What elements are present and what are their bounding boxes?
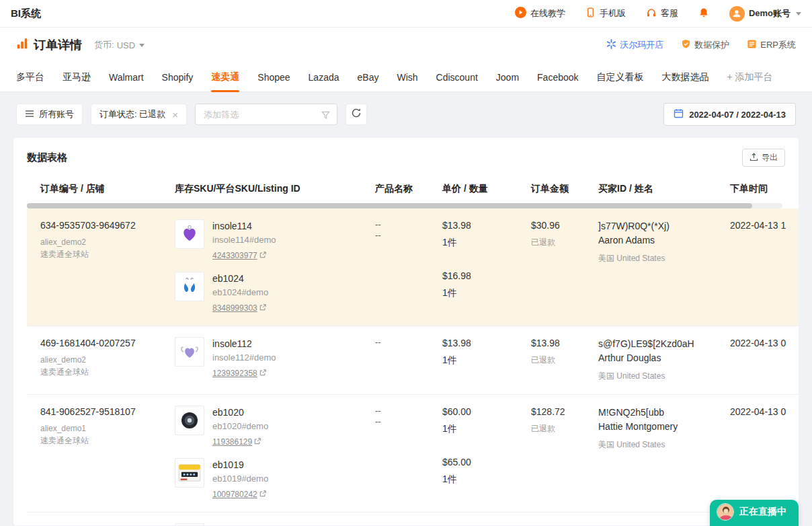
external-link-icon [254, 437, 261, 447]
tab-shopee[interactable]: Shopee [257, 63, 290, 92]
order-time: 2022-04-13 0 [730, 406, 799, 418]
order-status-filter-chip[interactable]: 订单状态: 已退款 × [91, 104, 187, 125]
tab-add-platform[interactable]: + 添加平台 [727, 63, 773, 92]
all-accounts-button[interactable]: 所有账号 [16, 104, 83, 125]
listing-id: 1009780242 [212, 489, 257, 500]
tab-aliexpress[interactable]: 速卖通 [211, 63, 239, 92]
add-filter-input-wrap [195, 104, 337, 125]
account-menu[interactable]: Demo账号 [729, 6, 801, 22]
export-button[interactable]: 导出 [742, 149, 785, 167]
col-order-time: 下单时间 [717, 175, 799, 202]
quantity: 1件 [442, 236, 507, 248]
currency-selector[interactable]: 货币: USD [94, 39, 145, 51]
product-image-led-light-bar[interactable] [175, 458, 204, 488]
product-image[interactable] [175, 523, 204, 525]
tab-cdiscount[interactable]: Cdiscount [436, 63, 478, 92]
order-amount: $30.96 [531, 219, 574, 231]
order-number: 712-2534892-5937492 [40, 523, 151, 525]
close-icon[interactable]: × [172, 110, 178, 120]
buyer-id: s@f7G)LE9$[2Kzd0aH [598, 337, 706, 351]
bell-icon [698, 7, 709, 20]
buyer-country: 美国 United States [598, 252, 706, 264]
walmart-store-label: 沃尔玛开店 [620, 39, 663, 51]
horizontal-scrollbar[interactable] [27, 203, 782, 209]
unit-price: $65.00 [442, 456, 507, 468]
product-name-value: -- [375, 219, 418, 230]
table-header-row: 订单编号 / 店铺 库存SKU/平台SKU/Listing ID 产品名称 单价… [27, 175, 799, 202]
filter-toolbar: 所有账号 订单状态: 已退款 × 2022-04-07 / 2022-04-13 [16, 103, 796, 126]
online-teaching-link[interactable]: 在线教学 [515, 7, 565, 20]
top-bar: BI系统 在线教学 手机版 客服 Demo账号 [0, 0, 812, 28]
refresh-button[interactable] [346, 104, 367, 125]
customer-support-link[interactable]: 客服 [646, 7, 678, 20]
external-link-icon [259, 368, 266, 379]
mobile-version-link[interactable]: 手机版 [585, 7, 626, 20]
product-image-led-spotlight[interactable] [175, 406, 204, 435]
shield-check-icon [681, 39, 691, 51]
streamer-avatar [717, 503, 734, 521]
product-image-purple-heart[interactable] [175, 219, 204, 249]
tab-joom[interactable]: Joom [496, 63, 519, 92]
external-link-icon [259, 489, 266, 500]
listing-id-link[interactable]: 1009780242 [212, 489, 266, 500]
unit-price: $13.98 [442, 523, 507, 525]
buyer-country: 美国 United States [598, 370, 706, 382]
buyer-country: 美国 United States [598, 439, 706, 451]
listing-id: 8348999303 [212, 303, 257, 313]
data-protection-link[interactable]: 数据保护 [681, 39, 729, 51]
product-image-winged-heart[interactable] [175, 337, 204, 367]
listing-id-link[interactable]: 8348999303 [212, 303, 266, 313]
live-stream-badge[interactable]: 正在直播中 [710, 500, 799, 526]
tab-lazada[interactable]: Lazada [309, 63, 339, 92]
walmart-store-link[interactable]: 沃尔玛开店 [606, 39, 663, 51]
chevron-down-icon [139, 44, 145, 47]
mobile-version-label: 手机版 [600, 7, 626, 20]
quantity: 1件 [442, 422, 507, 435]
platform-sku: eb1019#demo [212, 473, 268, 485]
tab-ebay[interactable]: eBay [358, 63, 379, 92]
col-price-qty: 单价 / 数量 [429, 175, 518, 202]
listing-id-link[interactable]: 119386129 [212, 437, 261, 447]
tab-wish[interactable]: Wish [397, 63, 417, 92]
product-image-blue-earrings[interactable] [175, 272, 204, 301]
listing-id-link[interactable]: 1239392358 [212, 368, 266, 379]
account-name: Demo账号 [749, 7, 790, 20]
currency-label: 货币: [94, 39, 114, 51]
tab-amazon[interactable]: 亚马逊 [63, 63, 91, 92]
platform-sku: insole112#demo [212, 352, 276, 364]
product-item: eb1020 eb1020#demo 119386129 [175, 406, 351, 447]
tab-walmart[interactable]: Walmart [109, 63, 144, 92]
col-order-number: 订单编号 / 店铺 [27, 175, 161, 202]
notifications-button[interactable] [698, 7, 709, 20]
export-icon [749, 153, 758, 163]
tab-custom-dashboard[interactable]: 自定义看板 [597, 63, 644, 92]
erp-system-link[interactable]: ERP系统 [747, 39, 796, 51]
tab-shopify[interactable]: Shopify [162, 63, 194, 92]
add-filter-input[interactable] [204, 110, 317, 120]
store-account: aliex_demo2 [40, 354, 151, 366]
table-row: 712-2534892-5937492 -- $13.98 1件 [27, 513, 799, 525]
store-account: aliex_demo1 [40, 422, 151, 435]
product-name-value: -- [375, 523, 418, 525]
calendar-icon [674, 108, 684, 120]
listing-id-link[interactable]: 4243303977 [212, 250, 266, 261]
phone-icon [585, 7, 596, 20]
date-range-picker[interactable]: 2022-04-07 / 2022-04-13 [663, 103, 796, 126]
product-item [175, 523, 351, 525]
store-account: aliex_demo2 [40, 236, 151, 248]
tab-multi-platform[interactable]: 多平台 [16, 63, 44, 92]
platform-tabs: 多平台 亚马逊 Walmart Shopify 速卖通 Shopee Lazad… [0, 63, 812, 92]
store-site: 速卖通全球站 [40, 366, 151, 378]
tab-big-data-selection[interactable]: 大数据选品 [662, 63, 709, 92]
refund-status: 已退款 [531, 422, 574, 435]
col-product-name: 产品名称 [362, 175, 429, 202]
currency-value: USD [117, 40, 135, 50]
data-table-card: 数据表格 导出 订单编号 / 店铺 库存SKU/平台SKU/Listing ID… [13, 138, 799, 525]
external-link-icon [259, 303, 266, 313]
tab-facebook[interactable]: Facebook [537, 63, 578, 92]
customer-support-label: 客服 [661, 7, 678, 20]
scrollbar-thumb[interactable] [27, 203, 752, 209]
quantity: 1件 [442, 473, 507, 485]
orders-table: 订单编号 / 店铺 库存SKU/平台SKU/Listing ID 产品名称 单价… [27, 175, 799, 525]
store-site: 速卖通全球站 [40, 248, 151, 260]
